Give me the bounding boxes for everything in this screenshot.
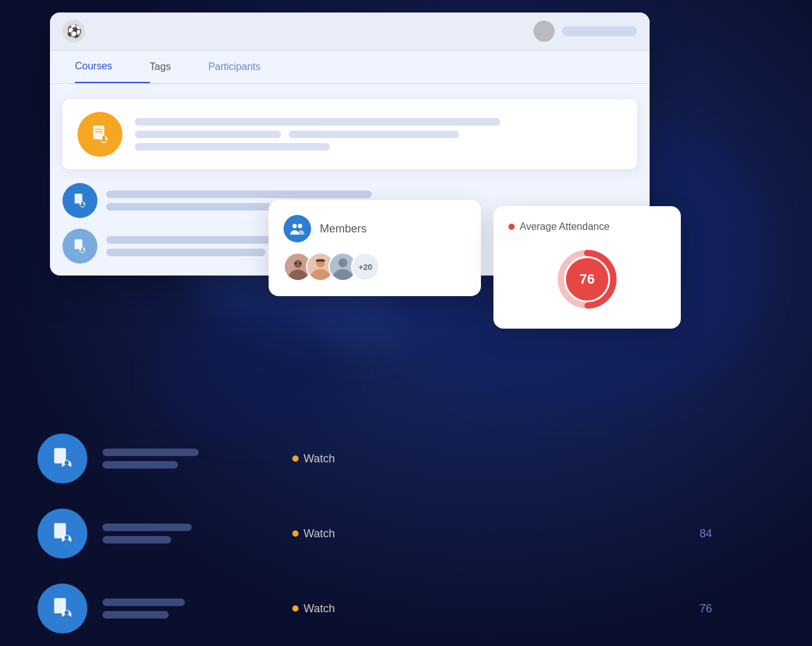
text-line-3 — [135, 143, 330, 151]
svg-point-4 — [102, 136, 106, 139]
app-logo: ⚽ — [62, 20, 85, 42]
float-texts-2 — [102, 524, 240, 544]
float-line-2b — [102, 536, 171, 544]
tab-participants[interactable]: Participants — [208, 51, 298, 82]
score-3: 76 — [700, 602, 712, 615]
course-card-featured[interactable] — [62, 99, 637, 169]
svg-rect-19 — [316, 259, 325, 262]
svg-point-10 — [81, 247, 84, 250]
svg-point-12 — [298, 224, 302, 228]
attendance-card: Average Attendance 76 — [493, 206, 681, 329]
watch-label-3: Watch — [304, 602, 335, 615]
members-header: Members — [284, 215, 466, 242]
float-texts-1 — [102, 449, 240, 469]
watch-dot-1 — [292, 455, 299, 462]
tab-tags[interactable]: Tags — [150, 51, 209, 82]
avatar-group: +20 — [284, 252, 466, 281]
float-row-1: Watch — [37, 434, 775, 484]
float-row-3: Watch 76 — [37, 584, 775, 634]
svg-point-27 — [64, 460, 69, 465]
svg-point-15 — [295, 262, 297, 265]
float-doc-icon-1 — [50, 446, 75, 471]
attendance-title: Average Attendance — [520, 221, 610, 232]
circle-chart: 76 — [508, 245, 666, 314]
float-icon-3 — [37, 584, 87, 634]
text-line-1 — [135, 118, 500, 126]
watch-badge-3: Watch — [292, 602, 335, 615]
floating-rows: Watch Watch 84 — [37, 434, 775, 634]
text-row-2 — [135, 131, 622, 138]
watch-label-2: Watch — [304, 527, 335, 540]
watch-dot-2 — [292, 530, 299, 537]
browser-topbar: ⚽ — [50, 12, 650, 51]
svg-point-16 — [299, 262, 302, 265]
course-icon-orange — [77, 112, 122, 157]
avatar-plus: +20 — [351, 252, 380, 281]
float-line-1a — [102, 449, 199, 456]
float-doc-icon-2 — [50, 521, 75, 546]
doc-person-icon — [89, 123, 111, 146]
course-icon-blue-1 — [62, 183, 97, 218]
watch-badge-2: Watch — [292, 527, 335, 540]
row1-line2 — [106, 203, 292, 211]
doc-icon-1 — [71, 192, 89, 209]
members-card: Members — [269, 200, 481, 296]
svg-point-11 — [292, 224, 297, 228]
float-icon-1 — [37, 434, 87, 484]
course-text-featured — [135, 118, 622, 151]
text-line-2a — [135, 131, 281, 138]
svg-point-33 — [64, 610, 69, 615]
float-line-3b — [102, 611, 169, 619]
user-name-placeholder — [562, 26, 637, 36]
attendance-dot — [508, 224, 515, 230]
float-doc-icon-3 — [50, 596, 75, 621]
watch-label-1: Watch — [304, 452, 335, 465]
float-line-1b — [102, 461, 178, 469]
logo-icon: ⚽ — [66, 24, 82, 39]
course-icon-blue-2 — [62, 229, 97, 264]
score-2: 84 — [700, 527, 712, 540]
attendance-value: 76 — [580, 271, 595, 287]
row2-line2 — [106, 249, 265, 256]
text-line-2b — [289, 131, 459, 138]
members-title: Members — [320, 222, 367, 236]
svg-point-7 — [81, 202, 84, 204]
members-icon — [284, 215, 311, 242]
float-texts-3 — [102, 599, 240, 619]
attendance-header: Average Attendance — [508, 221, 666, 232]
svg-point-21 — [339, 258, 348, 267]
float-line-3a — [102, 599, 185, 606]
float-line-2a — [102, 524, 192, 531]
svg-point-30 — [64, 535, 69, 540]
row1-line1 — [106, 191, 372, 198]
float-icon-2 — [37, 509, 87, 559]
nav-tabs: Courses Tags Participants — [50, 51, 650, 84]
watch-badge-1: Watch — [292, 452, 335, 465]
tab-courses[interactable]: Courses — [75, 51, 150, 83]
float-row-2: Watch 84 — [37, 509, 775, 559]
user-avatar — [533, 21, 555, 42]
doc-icon-2 — [71, 237, 89, 255]
watch-dot-3 — [292, 605, 299, 612]
attendance-circle-svg: 76 — [553, 245, 621, 314]
people-icon — [289, 221, 305, 237]
blob-3 — [156, 312, 344, 437]
